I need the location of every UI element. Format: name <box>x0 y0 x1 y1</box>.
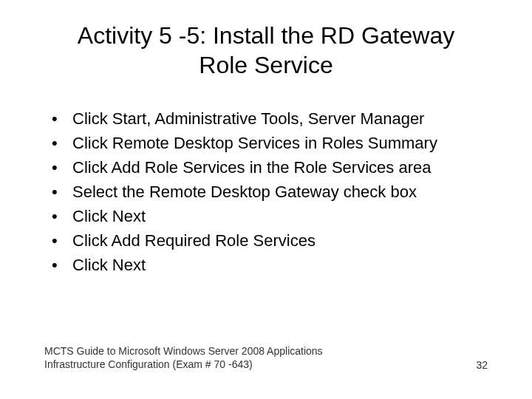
bullet-list: Click Start, Administrative Tools, Serve… <box>37 106 495 344</box>
slide-footer: MCTS Guide to Microsoft Windows Server 2… <box>37 344 495 377</box>
list-item: Select the Remote Desktop Gateway check … <box>52 180 495 204</box>
footer-text: MCTS Guide to Microsoft Windows Server 2… <box>44 344 384 371</box>
list-item: Click Start, Administrative Tools, Serve… <box>52 106 495 131</box>
page-number: 32 <box>476 359 488 371</box>
list-item: Click Next <box>52 253 495 277</box>
slide-title: Activity 5 -5: Install the RD Gateway Ro… <box>37 21 495 80</box>
list-item: Click Remote Desktop Services in Roles S… <box>52 131 495 155</box>
slide: Activity 5 -5: Install the RD Gateway Ro… <box>0 0 532 399</box>
list-item: Click Next <box>52 204 495 228</box>
list-item: Click Add Role Services in the Role Serv… <box>52 155 495 180</box>
list-item: Click Add Required Role Services <box>52 228 495 253</box>
